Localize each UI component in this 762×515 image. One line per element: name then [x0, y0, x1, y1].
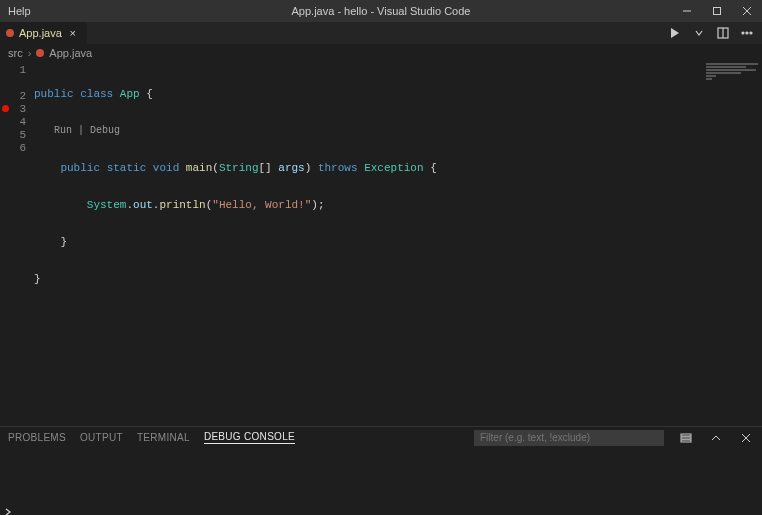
panel-close-button[interactable]: [738, 430, 754, 446]
window-controls: [672, 0, 762, 22]
breadcrumb[interactable]: src › App.java: [0, 44, 762, 62]
code-line: public static void main(String[] args) t…: [34, 162, 762, 175]
status-area: [0, 508, 762, 515]
title-bar: Help App.java - hello - Visual Studio Co…: [0, 0, 762, 22]
chevron-right-icon: ›: [28, 47, 32, 59]
breadcrumb-file[interactable]: App.java: [49, 47, 92, 59]
editor-actions: [666, 22, 762, 44]
svg-point-9: [750, 32, 752, 34]
gutter-codelens-gap: [0, 77, 34, 90]
line-number: 5: [0, 129, 34, 142]
code-line: System.out.println("Hello, World!");: [34, 199, 762, 212]
debug-input-chevron-icon[interactable]: [4, 506, 12, 516]
debug-console-body[interactable]: [0, 448, 762, 508]
line-number: 6: [0, 142, 34, 155]
code-line: }: [34, 273, 762, 286]
panel-tabs: PROBLEMS OUTPUT TERMINAL DEBUG CONSOLE: [0, 426, 762, 448]
code-line: }: [34, 236, 762, 249]
breakpoint-icon[interactable]: [2, 105, 9, 112]
codelens[interactable]: Run | Debug: [34, 125, 762, 138]
clear-console-button[interactable]: [678, 430, 694, 446]
tab-close-button[interactable]: ×: [67, 27, 79, 39]
more-actions-button[interactable]: [738, 24, 756, 42]
menu-help[interactable]: Help: [0, 5, 39, 17]
panel-maximize-button[interactable]: [708, 430, 724, 446]
split-editor-button[interactable]: [714, 24, 732, 42]
tab-debug-console[interactable]: DEBUG CONSOLE: [204, 431, 295, 444]
gutter: 1 2 3 4 5 6: [0, 62, 34, 426]
svg-rect-12: [681, 440, 691, 442]
tab-output[interactable]: OUTPUT: [80, 432, 123, 443]
line-number: 4: [0, 116, 34, 129]
error-dot-icon: [36, 49, 44, 57]
svg-rect-10: [681, 434, 691, 436]
minimap[interactable]: [702, 62, 762, 426]
minimize-button[interactable]: [672, 0, 702, 22]
tab-app-java[interactable]: App.java ×: [0, 22, 88, 44]
svg-marker-4: [671, 28, 679, 38]
tab-label: App.java: [19, 27, 62, 39]
error-dot-icon: [6, 29, 14, 37]
window-title: App.java - hello - Visual Studio Code: [0, 5, 762, 17]
editor[interactable]: 1 2 3 4 5 6 public class App { Run | Deb…: [0, 62, 762, 426]
code-area[interactable]: public class App { Run | Debug public st…: [34, 62, 762, 426]
svg-point-7: [742, 32, 744, 34]
code-line: public class App {: [34, 88, 762, 101]
filter-input[interactable]: [474, 430, 664, 446]
tab-problems[interactable]: PROBLEMS: [8, 432, 66, 443]
breadcrumb-src[interactable]: src: [8, 47, 23, 59]
run-button[interactable]: [666, 24, 684, 42]
tab-bar: App.java ×: [0, 22, 762, 44]
svg-point-8: [746, 32, 748, 34]
line-number: 2: [0, 90, 34, 103]
line-number: 1: [0, 64, 34, 77]
code-line: [34, 310, 762, 323]
svg-rect-1: [714, 8, 721, 15]
run-dropdown-button[interactable]: [690, 24, 708, 42]
close-window-button[interactable]: [732, 0, 762, 22]
maximize-button[interactable]: [702, 0, 732, 22]
svg-rect-11: [681, 437, 691, 439]
tab-terminal[interactable]: TERMINAL: [137, 432, 190, 443]
